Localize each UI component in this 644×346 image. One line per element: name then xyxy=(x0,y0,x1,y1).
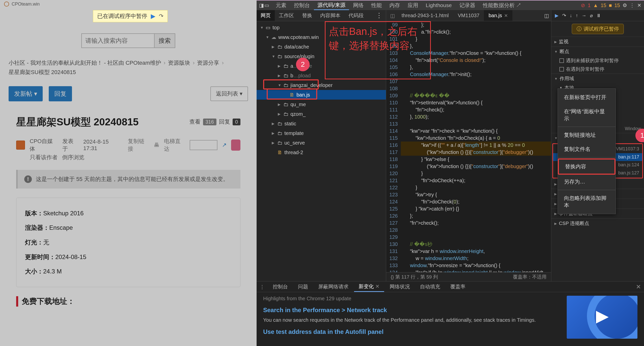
tab-network[interactable]: 网络 xyxy=(350,1,367,10)
copy-link[interactable]: 复制链接 xyxy=(128,137,149,153)
tab-sources[interactable]: 源代码/来源 xyxy=(314,1,349,10)
back-to-list-button[interactable]: 返回列表 ▾ xyxy=(210,86,248,101)
menu-reveal-network[interactable]: 在"网络"面板中显示 xyxy=(558,104,615,126)
subtab-more-icon[interactable]: ⋮ xyxy=(372,12,386,19)
section-breakpoints[interactable]: ▼断点 xyxy=(551,47,644,56)
tree-folder[interactable]: ▶🗀static xyxy=(257,119,386,128)
editor-tab[interactable]: VM11037 xyxy=(453,10,484,21)
pause-exceptions-icon[interactable]: ⏸ xyxy=(596,13,601,18)
new-post-button[interactable]: 发新帖 ▾ xyxy=(9,86,43,101)
avatar xyxy=(16,141,25,150)
print-icon[interactable]: 🖶 xyxy=(154,142,159,148)
editor-tab[interactable]: ban.js✕ xyxy=(484,10,512,21)
drawer-tab-whatsnew[interactable]: 新变化✕ xyxy=(354,282,384,292)
drawer-tab-console[interactable]: 控制台 xyxy=(268,282,292,292)
drawer-tab-coverage[interactable]: 覆盖率 xyxy=(446,282,470,292)
file-tree[interactable]: ▼▭top ▼☁www.cpoteam.win ▶🗀data/cache▼🗀so… xyxy=(257,21,386,281)
url-text: CPOteam.win xyxy=(12,2,40,7)
drawer-close-icon[interactable]: ✕ xyxy=(636,283,641,290)
close-icon[interactable]: ✕ xyxy=(375,283,380,289)
error-count-icon[interactable]: ⊘ xyxy=(581,2,585,8)
editor-more-icon[interactable]: ◫ xyxy=(544,13,549,19)
subtab-workspace[interactable]: 工作区 xyxy=(275,10,298,21)
section-watch[interactable]: ▶监视 xyxy=(551,37,644,47)
tree-folder[interactable]: ▼🗀source/plugin xyxy=(257,52,386,61)
menu-copy-link[interactable]: 复制链接地址 xyxy=(558,128,615,142)
step-over-icon[interactable]: ↷ xyxy=(159,13,163,19)
search-input[interactable] xyxy=(81,33,155,48)
issue-count-icon[interactable]: ■ xyxy=(609,3,612,8)
tree-folder[interactable]: ▶🗀uc_serve xyxy=(257,138,386,148)
author-name[interactable]: CPO自媒体 xyxy=(30,137,58,153)
breadcrumb: 小社区 - 我对生活的奉献从此刻开始！ - 社区由 CPOteam维护 › 资源… xyxy=(9,58,248,77)
file-context-menu[interactable]: 在新标签页中打开 在"网络"面板中显示 复制链接地址 复制文件名 替换内容 另存… xyxy=(558,88,616,214)
step-over-icon[interactable]: ↷ xyxy=(562,13,566,18)
section-csp[interactable]: ▶CSP 违规断点 xyxy=(551,219,644,228)
deactivate-bp-icon[interactable]: ⌀ xyxy=(590,13,593,18)
only-author[interactable]: 只看该作者 xyxy=(30,154,58,161)
more-icon[interactable]: ⋮ xyxy=(630,2,635,8)
settings-icon[interactable]: ⚙ xyxy=(623,2,627,8)
go-icon[interactable]: ↗ xyxy=(222,142,227,148)
tree-folder[interactable]: ▶🗀qu_me xyxy=(257,100,386,109)
tab-memory[interactable]: 内存 xyxy=(386,1,404,10)
drawer-tab-autofill[interactable]: 自动填充 xyxy=(415,282,445,292)
breadcrumb-item[interactable]: 资源版块 xyxy=(168,58,190,67)
breadcrumb-item[interactable]: 小社区 - 我对生活的奉献从此刻开始！ - 社区由 CPOteam维护 xyxy=(9,58,161,67)
bp-caught[interactable]: 在遇到异常时暂停 xyxy=(551,65,644,74)
subtab-overrides[interactable]: 替换 xyxy=(298,10,316,21)
tab-perf-insights[interactable]: 性能数据分析 ↗ xyxy=(479,1,525,10)
resume-icon[interactable]: ▶ xyxy=(555,13,559,18)
resume-icon[interactable]: ▶ xyxy=(151,13,155,20)
menu-save-as[interactable]: 另存为… xyxy=(558,175,615,189)
reply-button[interactable]: 回复 xyxy=(49,86,72,101)
tree-folder[interactable]: ▼🗀jiangzai_developer xyxy=(257,80,386,90)
menu-open-new-tab[interactable]: 在新标签页中打开 xyxy=(558,90,615,104)
tree-folder[interactable]: ▶🗀b…pload xyxy=(257,71,386,80)
inspect-icon[interactable]: ◨ xyxy=(259,2,264,8)
drawer-heading[interactable]: Use test address data in the Autofill pa… xyxy=(263,328,559,335)
close-devtools-icon[interactable]: ✕ xyxy=(637,2,641,8)
menu-override-content[interactable]: 替换内容 xyxy=(558,158,615,175)
step-out-icon[interactable]: ↑ xyxy=(576,13,578,18)
section-scope[interactable]: ▼作用域 xyxy=(551,74,644,83)
tree-folder[interactable]: ▶🗀qzom_ xyxy=(257,109,386,119)
tree-folder[interactable]: ▶🗀a…image xyxy=(257,61,386,71)
drawer-tab-block[interactable]: 屏蔽网络请求 xyxy=(314,282,353,292)
tab-performance[interactable]: 性能 xyxy=(368,1,385,10)
tab-console[interactable]: 控制台 xyxy=(290,1,313,10)
tab-recorder[interactable]: 记录器 xyxy=(456,1,479,10)
editor-tab[interactable]: thread-2943-1-1.html xyxy=(397,10,453,21)
drawer-heading[interactable]: Search in the Performance > Network trac… xyxy=(263,307,559,314)
tree-folder[interactable]: ▶🗀template xyxy=(257,128,386,138)
drawer-body: Highlights from the Chrome 129 update Se… xyxy=(257,292,644,346)
device-toggle-icon[interactable]: ▭ xyxy=(264,2,269,8)
close-tab-icon[interactable]: ✕ xyxy=(504,13,508,18)
subtab-content-scripts[interactable]: 内容脚本 xyxy=(316,10,344,21)
tree-file[interactable]: 🗎thread-2 xyxy=(257,148,386,157)
drawer-tab-issues[interactable]: 问题 xyxy=(293,282,313,292)
step-icon[interactable]: → xyxy=(582,13,586,18)
step-into-icon[interactable]: ↓ xyxy=(570,13,572,18)
tab-application[interactable]: 应用 xyxy=(404,1,422,10)
breadcrumb-item[interactable]: 资源分享 xyxy=(197,58,219,67)
reverse-order[interactable]: 倒序浏览 xyxy=(62,154,84,161)
sidebar-toggle-icon[interactable]: ◫ xyxy=(388,13,397,19)
warn-count-icon[interactable]: ▲ xyxy=(593,3,598,8)
menu-add-ignore[interactable]: 向忽略列表添加脚本 xyxy=(558,191,615,212)
drawer-video-thumb[interactable] xyxy=(567,296,637,339)
drawer-tab-network-cond[interactable]: 网络状况 xyxy=(385,282,414,292)
drawer-more-icon[interactable]: ⋮ xyxy=(260,284,267,290)
tab-elements[interactable]: 元素 xyxy=(272,1,290,10)
bp-uncaught[interactable]: 遇到未捕获的异常时暂停 xyxy=(551,56,644,65)
menu-copy-filename[interactable]: 复制文件名 xyxy=(558,142,615,156)
subtab-page[interactable]: 网页 xyxy=(257,10,275,21)
tab-lighthouse[interactable]: Lighthouse xyxy=(422,1,455,10)
search-button[interactable]: 搜索 xyxy=(155,33,175,48)
tree-file[interactable]: 🗎ban.js xyxy=(257,90,386,100)
webpage-pane: CPOteam.win 已在调试程序中暂停 ▶ ↷ 搜索 小社区 - 我对生活的… xyxy=(0,0,257,346)
elevator-input[interactable] xyxy=(190,140,217,150)
subtab-snippets[interactable]: 代码段 xyxy=(344,10,368,21)
breadcrumb-item[interactable]: 星星廊架SU模型 20240815 xyxy=(9,67,76,77)
code-editor[interactable]: 9910010110210310410510610710810911011111… xyxy=(386,21,551,272)
